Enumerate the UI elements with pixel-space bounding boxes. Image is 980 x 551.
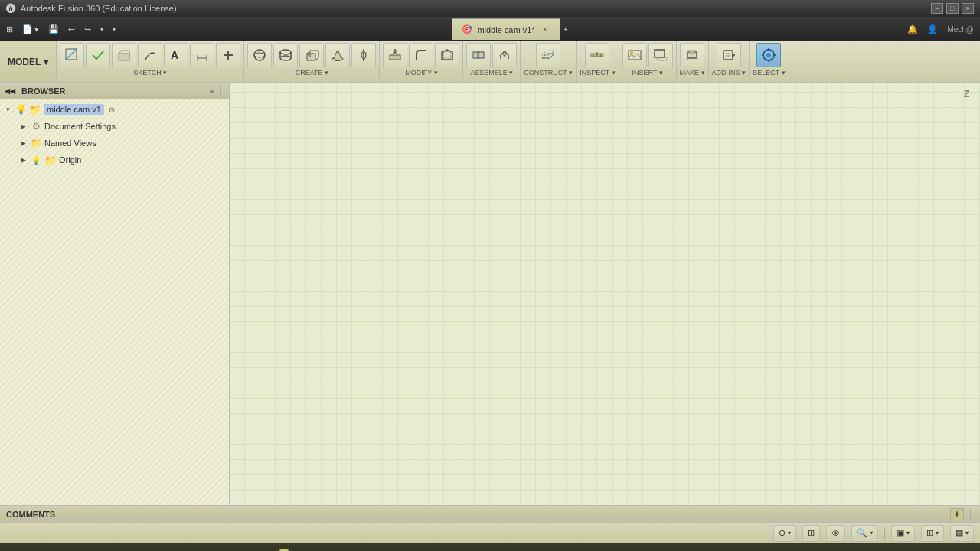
add-ins-icons (717, 43, 741, 67)
svg-rect-42 (724, 51, 733, 60)
tab-icon: 🎯 (462, 24, 472, 34)
model-menu-button[interactable]: MODEL ▾ (0, 41, 57, 82)
zoom-icon: 🔍 (857, 528, 867, 538)
top-right-icons: 🔔 👤 Mech@ (904, 20, 977, 38)
svg-rect-25 (478, 52, 484, 58)
tree-item-root[interactable]: ▾ 💡 📁 middle cam v1 ⊙ (0, 101, 229, 118)
named-views-arrow[interactable]: ▶ (18, 139, 28, 148)
browser-content: ▾ 💡 📁 middle cam v1 ⊙ ▶ ⚙ Document Setti… (0, 99, 229, 505)
select-tool[interactable] (756, 43, 781, 67)
browser-collapse-icon[interactable]: ◀◀ (5, 87, 15, 95)
measure-tool[interactable] (585, 43, 609, 67)
grid-icon: ⊞ (6, 24, 13, 34)
create-label: CREATE ▾ (296, 69, 328, 77)
svg-point-11 (254, 53, 265, 57)
notification-button[interactable]: 🔔 (904, 20, 921, 38)
inspect-group: INSPECT ▾ (577, 41, 619, 82)
doc-settings-arrow[interactable]: ▶ (18, 122, 28, 131)
timeline-next-button[interactable]: ▶| (66, 548, 81, 551)
account-label[interactable]: Mech@ (944, 20, 977, 38)
3d-print-tool[interactable] (680, 43, 704, 67)
close-button[interactable]: × (962, 3, 974, 14)
sketch-text-tool[interactable]: A (164, 43, 188, 67)
undo-button[interactable]: ↩ (65, 20, 78, 38)
user-button[interactable]: 👤 (924, 20, 941, 38)
box-tool[interactable] (299, 43, 324, 67)
timeline-last-button[interactable]: ▶| (86, 548, 101, 551)
revolve-tool[interactable] (351, 43, 376, 67)
insert-canvas-tool[interactable] (648, 43, 673, 67)
undo-arrow[interactable]: ▾ (97, 20, 106, 38)
sketch-plus-tool[interactable] (216, 43, 240, 67)
look-button[interactable]: 👁 (826, 525, 845, 542)
modify-group: MODIFY ▾ (380, 41, 463, 82)
zoom-button[interactable]: 🔍 ▾ (851, 525, 878, 542)
doc-settings-label: Document Settings (44, 122, 116, 131)
assemble-label: ASSEMBLE ▾ (470, 69, 513, 77)
redo-arrow[interactable]: ▾ (109, 20, 119, 38)
comments-title: COMMENTS (6, 510, 55, 519)
new-tab-button[interactable]: + (560, 20, 571, 38)
timeline-first-button[interactable]: |◀ (6, 548, 21, 551)
account-text: Mech@ (947, 25, 974, 34)
modify-label: MODIFY ▾ (405, 69, 437, 77)
timeline-play-button[interactable]: ▶ (46, 548, 61, 551)
sketch-line-tool[interactable] (138, 43, 162, 67)
finish-sketch-tool[interactable] (86, 43, 110, 67)
browser-divider (220, 86, 221, 96)
create-icons (247, 43, 376, 67)
shell-tool[interactable] (435, 43, 459, 67)
grid-menu-button[interactable]: ⊞ (3, 20, 16, 38)
pan-icon: ⊞ (808, 528, 815, 538)
tree-item-origin[interactable]: ▶ 💡 📁 Origin (0, 152, 229, 168)
display-mode-button[interactable]: ▣ ▾ (891, 525, 915, 542)
scripts-tool[interactable] (717, 43, 741, 67)
redo-button[interactable]: ↪ (81, 20, 94, 38)
timeline-prev-button[interactable]: ◀ (26, 548, 41, 551)
bottom-bar: ⊕ ▾ ⊞ 👁 🔍 ▾ ▣ ▾ ⊞ ▾ ▦ ▾ (0, 522, 980, 543)
root-folder-icon: 📁 (29, 103, 41, 116)
inspect-label: INSPECT ▾ (580, 69, 615, 77)
insert-image-tool[interactable] (622, 43, 647, 67)
origin-arrow[interactable]: ▶ (18, 155, 28, 165)
tab-close-button[interactable]: × (540, 24, 550, 35)
save-button[interactable]: 💾 (45, 20, 62, 38)
grid-toggle-button[interactable]: ⊞ ▾ (921, 525, 944, 542)
press-pull-tool[interactable] (383, 43, 407, 67)
view-toggle-icon: ▦ (956, 528, 963, 538)
maximize-button[interactable]: □ (946, 3, 959, 14)
pan-button[interactable]: ⊞ (802, 525, 820, 542)
fillet-tool[interactable] (409, 43, 433, 67)
tree-item-doc-settings[interactable]: ▶ ⚙ Document Settings (0, 118, 229, 135)
new-component-tool[interactable] (466, 43, 491, 67)
offset-plane-tool[interactable] (536, 43, 560, 67)
svg-line-1 (66, 49, 77, 60)
add-ins-group: ADD-INS ▾ (709, 41, 750, 82)
file-button[interactable]: 📄 ▾ (19, 20, 42, 38)
user-icon: 👤 (927, 24, 938, 34)
add-ins-label: ADD-INS ▾ (712, 69, 746, 77)
extrude-profile-tool[interactable] (112, 43, 136, 67)
tree-item-named-views[interactable]: ▶ 📁 Named Views (0, 135, 229, 152)
loft-tool[interactable] (325, 43, 350, 67)
browser-pin-icon[interactable]: ● (209, 86, 214, 96)
named-views-folder-icon: 📁 (30, 137, 42, 149)
orbit-button[interactable]: ⊕ ▾ (773, 525, 796, 542)
comments-divider (970, 509, 971, 520)
sketch-dimension-tool[interactable] (190, 43, 214, 67)
assemble-icons (466, 43, 517, 67)
origin-folder-icon: 📁 (44, 154, 57, 166)
redo-icon: ↪ (84, 24, 91, 34)
comments-add-button[interactable]: + (950, 508, 964, 520)
cylinder-tool[interactable] (273, 43, 298, 67)
joint-tool[interactable] (492, 43, 517, 67)
view-toggle-button[interactable]: ▦ ▾ (950, 525, 974, 542)
root-label: middle cam v1 (44, 104, 104, 115)
sketch-tool[interactable] (60, 43, 84, 67)
file-tab[interactable]: 🎯 middle cam v1* × (452, 18, 560, 40)
root-expand-arrow[interactable]: ▾ (3, 105, 12, 114)
minimize-button[interactable]: − (931, 3, 943, 14)
doc-settings-gear-icon: ⚙ (30, 120, 42, 132)
svg-point-48 (766, 53, 771, 57)
sphere-tool[interactable] (247, 43, 272, 67)
